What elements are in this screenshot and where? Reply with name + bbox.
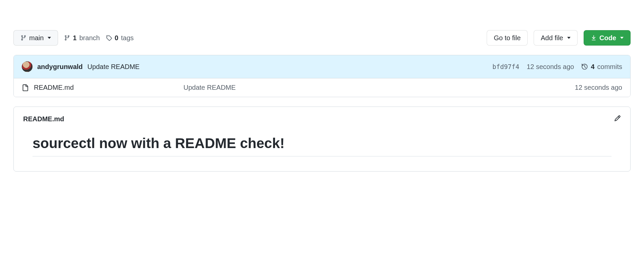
commit-author[interactable]: andygrunwald [37,63,83,71]
file-listing-box: andygrunwald Update README bfd97f4 12 se… [13,55,631,97]
code-button[interactable]: Code [584,30,631,46]
history-icon [581,63,588,70]
caret-down-icon [48,37,51,39]
latest-commit-row: andygrunwald Update README bfd97f4 12 se… [14,55,630,78]
commits-count: 4 [591,63,594,71]
download-icon [591,35,597,41]
readme-filename[interactable]: README.md [23,115,64,123]
commit-time: 12 seconds ago [527,63,574,71]
commit-message[interactable]: Update README [88,63,140,71]
readme-header: README.md [23,115,621,123]
readme-box: README.md sourcectl now with a README ch… [13,107,631,172]
file-name[interactable]: README.md [34,84,178,91]
code-label: Code [599,34,616,42]
branch-select-button[interactable]: main [13,30,58,46]
avatar[interactable] [22,61,33,72]
commits-label: commits [597,63,622,71]
file-time: 12 seconds ago [575,84,622,91]
go-to-file-button[interactable]: Go to file [487,30,528,46]
tag-count: 0 [115,34,118,42]
readme-heading: sourcectl now with a README check! [33,135,611,156]
caret-down-icon [620,37,624,39]
branches-link[interactable]: 1 branch [64,34,100,42]
branch-name: main [29,34,44,42]
repo-toolbar: main 1 branch 0 tags Go to file Add file… [13,30,631,46]
add-file-label: Add file [541,34,563,42]
caret-down-icon [567,37,571,39]
file-row[interactable]: README.md Update README 12 seconds ago [14,78,630,97]
tag-icon [106,35,112,41]
tag-label: tags [121,34,134,42]
tags-link[interactable]: 0 tags [106,34,134,42]
branch-label: branch [79,34,100,42]
add-file-button[interactable]: Add file [534,30,578,46]
go-to-file-label: Go to file [494,34,521,42]
commit-sha[interactable]: bfd97f4 [492,63,519,70]
edit-readme-button[interactable] [614,115,621,123]
git-branch-icon [20,35,26,41]
readme-body: sourcectl now with a README check! [23,135,621,156]
file-commit-message[interactable]: Update README [183,84,570,91]
pencil-icon [614,115,621,122]
commits-history-link[interactable]: 4 commits [581,63,622,71]
branch-count: 1 [73,34,76,42]
file-icon [22,84,29,91]
git-branch-icon [64,35,70,41]
commit-meta: bfd97f4 12 seconds ago 4 commits [492,63,622,71]
